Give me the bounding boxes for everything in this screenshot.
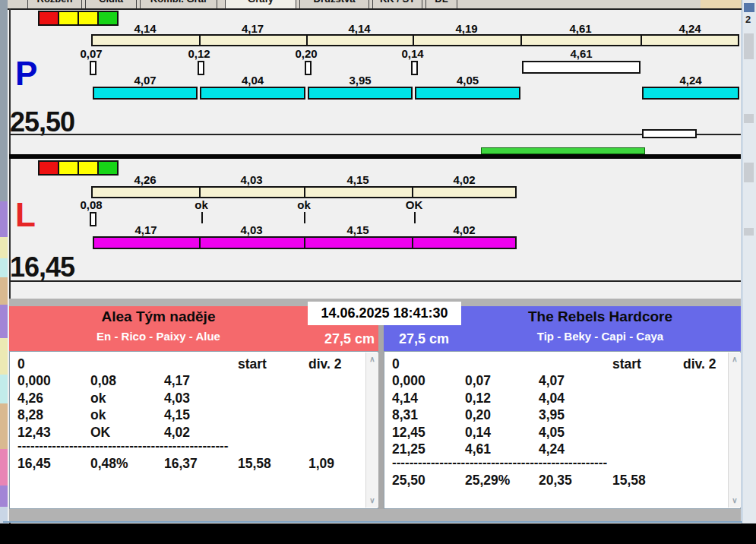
team-measure-left: 27,5 cm xyxy=(315,331,384,347)
screen-black-band xyxy=(0,523,756,544)
float-bar-label: 4,61 xyxy=(551,47,612,60)
bar-value-label: 3,95 xyxy=(330,74,391,87)
table-cell: 15,58 xyxy=(612,472,683,489)
tick-label: ok xyxy=(274,198,334,211)
table-cell: 4,03 xyxy=(164,390,238,406)
tab-kombi-graf[interactable]: Kombi. Graf xyxy=(140,0,217,8)
strip-segment xyxy=(0,258,8,277)
traffic-lights-l xyxy=(38,160,119,176)
traffic-light-yellow xyxy=(58,11,79,26)
bar-value-label: 4,17 xyxy=(223,22,283,35)
tick-marker xyxy=(201,212,203,223)
table-row: 12,450,144,05 xyxy=(392,424,740,441)
tab-cidla[interactable]: Cidla xyxy=(85,0,137,8)
tick-marker xyxy=(304,212,305,223)
strip-mark xyxy=(744,114,754,123)
tick-label: ok xyxy=(171,198,232,211)
table-cell: 0,12 xyxy=(465,390,539,406)
scroll-down-icon[interactable] xyxy=(366,495,378,506)
tick-marker xyxy=(414,212,416,223)
footer-bottom-band xyxy=(9,509,741,521)
value-bar xyxy=(415,87,520,100)
bar-value-label: 4,19 xyxy=(436,22,497,35)
table-cell: 8,31 xyxy=(392,406,465,423)
traffic-light-yellow xyxy=(77,11,99,26)
bar-value-label: 4,61 xyxy=(550,22,611,35)
bar-value-label: 4,24 xyxy=(660,22,720,35)
table-cell: ok xyxy=(90,390,164,406)
strip-segment xyxy=(0,485,8,507)
traffic-light-yellow xyxy=(58,160,79,176)
bar-divider xyxy=(520,34,522,46)
bar-divider xyxy=(412,236,413,249)
table-row: 4,26ok4,03 xyxy=(17,390,378,406)
table-cell: 20,35 xyxy=(539,472,612,489)
bar-value-label: 4,02 xyxy=(434,223,495,236)
scroll-down-icon[interactable] xyxy=(729,495,741,506)
team-name-left: Alea Tým naděje xyxy=(9,308,308,325)
green-progress-bar xyxy=(481,147,645,154)
traffic-light-green xyxy=(97,11,119,26)
bar-value-label: 4,03 xyxy=(221,173,282,186)
strip-segment xyxy=(0,201,8,237)
table-row: 21,254,614,24 xyxy=(392,441,740,457)
table-cell: 0,20 xyxy=(465,406,539,423)
tab-rozbeh[interactable]: Rozbeh xyxy=(27,0,82,8)
results-table-right: 0startdiv. 20,0000,074,074,140,124,048,3… xyxy=(384,351,741,509)
value-bar xyxy=(93,87,198,100)
strip-top-mark xyxy=(744,3,754,12)
tab-dl[interactable]: DL xyxy=(425,0,457,8)
scroll-up-icon[interactable] xyxy=(366,354,378,365)
scrollbar-left[interactable] xyxy=(365,353,378,508)
window-bottom-edge xyxy=(3,521,754,523)
table-cell: 3,95 xyxy=(539,406,612,423)
value-bar xyxy=(93,236,517,249)
table-cell: 4,05 xyxy=(539,424,612,441)
bar-value-label: 4,15 xyxy=(327,173,388,186)
tab-druzstva[interactable]: Družstva xyxy=(299,0,369,8)
table-cell: 21,25 xyxy=(392,441,465,457)
table-cell: 0,07 xyxy=(465,372,539,389)
table-cell: 12,43 xyxy=(17,424,90,441)
tick-label: 0,12 xyxy=(169,47,229,60)
tick-marker xyxy=(305,61,312,75)
table-row: 25,5025,29%20,3515,58 xyxy=(392,472,740,489)
traffic-light-red xyxy=(38,160,59,176)
value-bar xyxy=(91,186,517,198)
lane-letter-l: L xyxy=(15,196,36,234)
traffic-light-red xyxy=(38,11,59,26)
value-bar xyxy=(91,34,739,46)
scroll-up-icon[interactable] xyxy=(729,354,741,365)
table-row: 16,450,48%16,3715,581,09 xyxy=(17,455,378,472)
table-cell: 25,50 xyxy=(392,472,465,489)
strip-segment xyxy=(0,375,8,403)
tick-label: 0,08 xyxy=(61,198,122,211)
table-cell: start xyxy=(238,356,308,372)
table-cell: 0,000 xyxy=(17,372,90,389)
app-window: Rozbeh Cidla Kombi. Graf Grafy Družstva … xyxy=(0,0,756,544)
bar-divider xyxy=(199,34,201,46)
table-row: 4,140,124,04 xyxy=(392,390,740,406)
bar-value-label: 4,26 xyxy=(115,173,176,186)
strip-mark xyxy=(744,228,754,236)
bar-divider xyxy=(412,186,413,198)
tick-label: 0,20 xyxy=(276,47,337,60)
bar-divider xyxy=(199,236,201,249)
scrollbar-right[interactable] xyxy=(728,353,741,508)
table-cell: 8,28 xyxy=(17,406,90,423)
tick-marker xyxy=(90,212,96,226)
table-cell: 16,37 xyxy=(164,455,238,472)
table-cell: 0 xyxy=(392,356,465,372)
team-members-right: Tip - Beky - Capi - Caya xyxy=(460,330,741,343)
bar-divider xyxy=(199,186,201,198)
table-row: 0,0000,074,07 xyxy=(392,372,740,389)
table-row: 0startdiv. 2 xyxy=(392,356,740,372)
tick-label: 0,14 xyxy=(382,47,443,60)
table-row: 8,310,203,95 xyxy=(392,406,740,423)
tab-grafy[interactable]: Grafy xyxy=(225,0,296,8)
float-bar xyxy=(522,61,641,74)
table-cell: 4,02 xyxy=(164,424,238,441)
bar-divider xyxy=(641,34,642,46)
tab-kk-st[interactable]: KK / ST xyxy=(372,0,422,8)
traffic-lights-p xyxy=(38,11,119,26)
